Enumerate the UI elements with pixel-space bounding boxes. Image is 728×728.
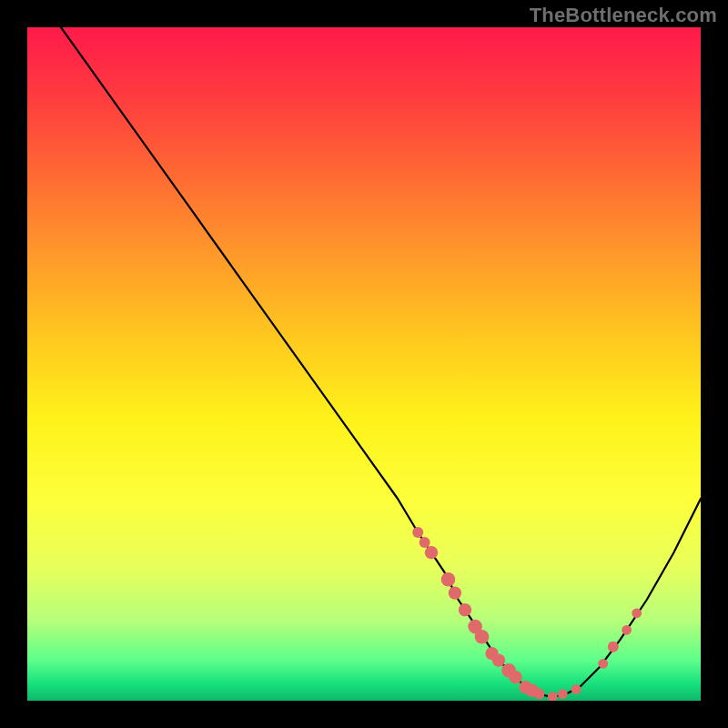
curve-marker xyxy=(412,527,423,538)
curve-marker xyxy=(548,692,558,701)
attribution-label: TheBottleneck.com xyxy=(530,4,717,27)
curve-marker xyxy=(449,586,461,599)
curve-marker xyxy=(475,630,490,644)
curve-marker xyxy=(533,689,544,700)
curve-marker xyxy=(509,671,521,683)
plot-area xyxy=(27,27,701,701)
curve-marker xyxy=(425,546,438,559)
curve-marker xyxy=(571,684,581,694)
curve-marker xyxy=(608,642,619,652)
curve-markers xyxy=(412,527,642,701)
chart-svg xyxy=(27,27,701,701)
curve-marker xyxy=(420,537,430,548)
curve-marker xyxy=(492,653,505,666)
curve-marker xyxy=(558,689,568,699)
curve-marker xyxy=(441,572,456,587)
bottleneck-curve xyxy=(61,27,701,697)
curve-marker xyxy=(598,659,608,669)
curve-marker xyxy=(632,608,642,618)
chart-frame: TheBottleneck.com xyxy=(0,0,728,728)
curve-marker xyxy=(459,603,471,616)
curve-marker xyxy=(622,625,632,635)
